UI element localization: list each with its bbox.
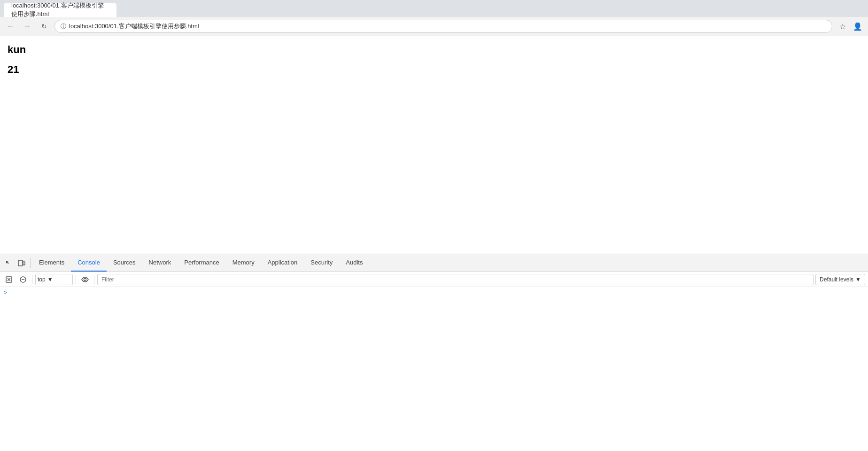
console-prompt-line: > xyxy=(0,289,868,297)
filter-toggle-button[interactable] xyxy=(17,273,29,286)
tab-bar: localhost:3000/01.客户端模板引擎使用步骤.html xyxy=(0,0,868,17)
browser-chrome: localhost:3000/01.客户端模板引擎使用步骤.html ← → ↻… xyxy=(0,0,868,36)
svg-rect-0 xyxy=(18,260,23,266)
svg-point-7 xyxy=(84,278,86,280)
tab-performance[interactable]: Performance xyxy=(178,254,225,272)
tab-memory[interactable]: Memory xyxy=(226,254,261,272)
tab-application[interactable]: Application xyxy=(261,254,304,272)
page-number: 21 xyxy=(8,63,860,76)
page-content: kun 21 xyxy=(0,36,868,254)
default-levels-label: Default levels xyxy=(820,276,853,283)
tab-sources[interactable]: Sources xyxy=(107,254,142,272)
context-value: top xyxy=(38,276,46,283)
tab-network[interactable]: Network xyxy=(142,254,178,272)
tab-elements[interactable]: Elements xyxy=(32,254,71,272)
default-levels-dropdown[interactable]: Default levels ▼ xyxy=(815,274,865,285)
toolbar-separator xyxy=(30,258,31,268)
default-levels-arrow: ▼ xyxy=(855,276,861,283)
console-toolbar: top ▼ Default levels ▼ xyxy=(0,272,868,287)
secure-icon: ⓘ xyxy=(61,23,66,31)
url-bar[interactable]: ⓘ localhost:3000/01.客户端模板引擎使用步骤.html xyxy=(54,20,832,33)
devtools-panel: Elements Console Sources Network Perform… xyxy=(0,254,868,451)
address-bar: ← → ↻ ⓘ localhost:3000/01.客户端模板引擎使用步骤.ht… xyxy=(0,17,868,36)
tab-audits[interactable]: Audits xyxy=(339,254,369,272)
tab-security[interactable]: Security xyxy=(304,254,339,272)
tab-title: localhost:3000/01.客户端模板引擎使用步骤.html xyxy=(11,1,109,18)
clear-console-button[interactable] xyxy=(3,273,15,286)
console-separator-3 xyxy=(94,275,94,284)
eye-button[interactable] xyxy=(79,273,91,286)
url-text: localhost:3000/01.客户端模板引擎使用步骤.html xyxy=(69,22,826,31)
context-selector[interactable]: top ▼ xyxy=(35,274,73,285)
context-dropdown-icon: ▼ xyxy=(47,276,53,283)
back-button[interactable]: ← xyxy=(4,20,17,33)
svg-rect-1 xyxy=(23,262,25,265)
forward-button[interactable]: → xyxy=(21,20,34,33)
console-separator-1 xyxy=(32,275,32,284)
browser-actions: ☆ 👤 xyxy=(836,20,864,33)
page-heading: kun xyxy=(8,44,860,56)
bookmark-button[interactable]: ☆ xyxy=(836,20,849,33)
prompt-chevron-icon: > xyxy=(4,290,7,296)
profile-button[interactable]: 👤 xyxy=(851,20,864,33)
filter-input[interactable] xyxy=(97,274,814,285)
device-toolbar-button[interactable] xyxy=(15,257,28,270)
browser-tab[interactable]: localhost:3000/01.客户端模板引擎使用步骤.html xyxy=(4,3,116,17)
tab-console[interactable]: Console xyxy=(71,254,107,272)
console-separator-2 xyxy=(76,275,76,284)
console-output: > xyxy=(0,287,868,451)
refresh-button[interactable]: ↻ xyxy=(38,20,51,33)
devtools-toolbar: Elements Console Sources Network Perform… xyxy=(0,254,868,272)
inspect-element-button[interactable] xyxy=(2,257,15,270)
devtools-tabs: Elements Console Sources Network Perform… xyxy=(32,254,369,272)
